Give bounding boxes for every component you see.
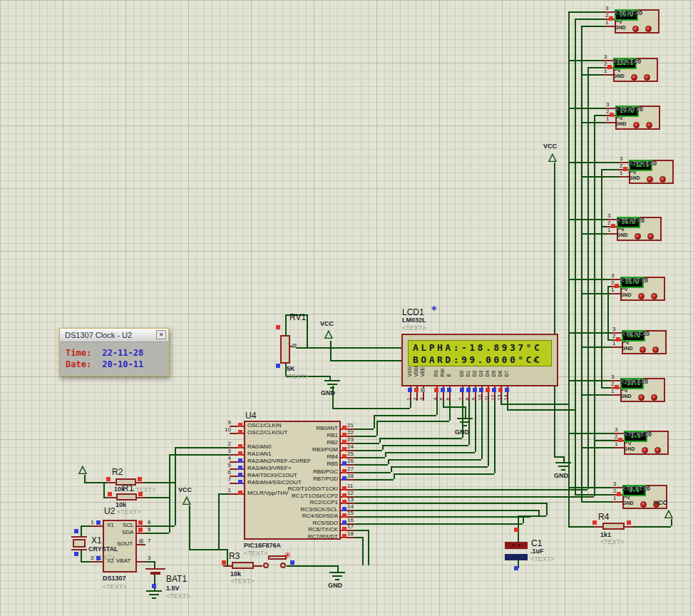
sensor-decrement-button[interactable] bbox=[659, 176, 666, 183]
sensor-increment-button[interactable] bbox=[647, 176, 653, 183]
sensor-pin-number: 1 bbox=[611, 388, 614, 394]
cap-ref[interactable]: C1 bbox=[531, 538, 542, 548]
sensor-increment-button[interactable] bbox=[635, 233, 641, 240]
sensor-U1[interactable]: U1VCCDQGND27.0321DS18B20<TEXT> bbox=[615, 106, 660, 148]
resistor-r1[interactable] bbox=[116, 493, 137, 500]
wire bbox=[568, 487, 612, 488]
sensor-U9[interactable]: U9VCCDQGND1.0321DS18B20<TEXT> bbox=[624, 431, 669, 473]
pic-pin-state bbox=[342, 486, 346, 491]
wire bbox=[568, 332, 612, 334]
state-indicator bbox=[276, 325, 280, 329]
ground-label: GND bbox=[328, 582, 342, 589]
pot-ref[interactable]: RV1 bbox=[289, 312, 306, 322]
lcd-ref[interactable]: LCD1 bbox=[402, 307, 424, 317]
sensor-pin-label-gnd: GND bbox=[615, 121, 627, 126]
state-indicator bbox=[592, 520, 597, 525]
clock-popup-window[interactable]: DS1307 Clock - U2 ✕ Time: 22-11-28 Date:… bbox=[59, 328, 169, 376]
close-icon[interactable]: ✕ bbox=[156, 330, 166, 339]
crystal-ref[interactable]: X1 bbox=[91, 535, 102, 545]
pic-pin-number: 9 bbox=[221, 419, 231, 426]
sensor-increment-button[interactable] bbox=[632, 26, 639, 32]
schematic-canvas[interactable]: GNDGNDGNDGND△VCC△VCC△VCC△VCC△9OSC1/CLKIN… bbox=[0, 0, 693, 616]
pic-pin-label: RC0/T1OSO/T1CKI bbox=[242, 486, 338, 492]
pic-pin-state bbox=[342, 440, 346, 444]
rtc-pin-label-x1: X1 bbox=[107, 522, 114, 528]
sensor-U3[interactable]: U3VCCDQGND-12.0321DS18B20<TEXT> bbox=[629, 160, 674, 202]
wire bbox=[169, 454, 170, 533]
sensor-decrement-button[interactable] bbox=[654, 447, 661, 453]
lcd-pin-state bbox=[486, 388, 490, 392]
battery-ref[interactable]: BAT1 bbox=[166, 574, 187, 584]
resistor-r4[interactable] bbox=[602, 523, 625, 530]
sensor-increment-button[interactable] bbox=[642, 447, 648, 453]
wire bbox=[374, 415, 375, 428]
rtc-ref[interactable]: U2 bbox=[104, 506, 115, 516]
pic-pin-state bbox=[342, 534, 346, 538]
wire bbox=[218, 493, 230, 495]
pic-pin-number: 3 bbox=[221, 448, 231, 454]
sensor-pin-number: 3 bbox=[605, 5, 608, 11]
pic-pin-label: RB0/INT bbox=[242, 425, 338, 431]
pic-pin-number: 16 bbox=[347, 517, 359, 523]
wire bbox=[575, 19, 605, 20]
pic-ref[interactable]: U4 bbox=[245, 411, 256, 421]
state-indicator bbox=[615, 284, 619, 288]
wire bbox=[189, 549, 227, 550]
ground-symbol-icon bbox=[457, 418, 473, 428]
resistor-r3[interactable] bbox=[232, 562, 254, 569]
sensor-decrement-button[interactable] bbox=[651, 293, 657, 299]
sensor-pin-stub bbox=[603, 74, 613, 76]
sensor-increment-button[interactable] bbox=[640, 501, 647, 508]
wire bbox=[546, 503, 548, 515]
sensor-pin-number: 3 bbox=[604, 53, 607, 60]
lcd-line1: ALPHA:-18.8937°C bbox=[413, 342, 542, 353]
sensor-increment-button[interactable] bbox=[638, 293, 645, 299]
pic-pin-number: 28 bbox=[347, 473, 359, 479]
wire bbox=[379, 438, 462, 439]
state-indicator bbox=[514, 528, 518, 532]
state-indicator bbox=[607, 65, 612, 69]
sensor-U6[interactable]: U6VCCDQGND31.0321DS18B20<TEXT> bbox=[620, 277, 665, 319]
crystal-body[interactable] bbox=[73, 539, 86, 548]
sensor-increment-button[interactable] bbox=[633, 122, 640, 128]
sensor-increment-button[interactable] bbox=[638, 394, 645, 401]
sensor-pin-number: 1 bbox=[605, 19, 608, 26]
lcd-pin-state bbox=[505, 388, 509, 392]
wire bbox=[175, 447, 176, 525]
sensor-pin-number: 1 bbox=[620, 170, 622, 176]
ground-symbol-icon bbox=[555, 462, 571, 473]
sensor-decrement-button[interactable] bbox=[645, 26, 652, 32]
lcd-note: <TEXT> bbox=[402, 324, 426, 332]
pic-pin-label: RB2 bbox=[242, 439, 338, 446]
pushbutton-contact-right[interactable] bbox=[280, 563, 286, 568]
pic-pin-state bbox=[238, 491, 242, 495]
sensor-decrement-button[interactable] bbox=[646, 122, 652, 128]
pushbutton-press-icon[interactable]: ✳ bbox=[284, 551, 292, 560]
pic-pin-state bbox=[238, 423, 242, 427]
sensor-decrement-button[interactable] bbox=[647, 233, 654, 240]
sensor-U5[interactable]: U5VCCDQGND33.0321DS18B20<TEXT> bbox=[617, 217, 662, 260]
sensor-U12[interactable]: U12VCCDQGND99.0321DS18B20<TEXT> bbox=[615, 9, 659, 52]
pot-body[interactable] bbox=[280, 335, 290, 364]
rtc-note: <TEXT> bbox=[103, 583, 127, 590]
cap-note: <TEXT> bbox=[530, 555, 555, 563]
sensor-increment-button[interactable] bbox=[640, 346, 646, 353]
sensor-pin-number: 3 bbox=[611, 374, 614, 380]
wire bbox=[337, 565, 339, 572]
clock-popup-titlebar[interactable]: DS1307 Clock - U2 ✕ bbox=[60, 329, 168, 342]
sensor-U7[interactable]: U7VCCDQGND45.0321DS18B20<TEXT> bbox=[622, 330, 667, 373]
lcd-pin-state bbox=[498, 388, 503, 392]
pushbutton-contact-left[interactable] bbox=[263, 563, 269, 568]
sensor-decrement-button[interactable] bbox=[644, 74, 650, 81]
pic-pin-state bbox=[238, 458, 242, 463]
sensor-decrement-button[interactable] bbox=[652, 346, 659, 353]
pic-pin-number: 23 bbox=[347, 436, 359, 443]
sensor-U8[interactable]: U8VCCDQGND-19.0321DS18B20<TEXT> bbox=[620, 378, 665, 421]
wire bbox=[382, 445, 468, 446]
sensor-decrement-button[interactable] bbox=[651, 394, 657, 401]
pic-pin-state bbox=[342, 454, 346, 458]
wire bbox=[575, 494, 612, 496]
sensor-increment-button[interactable] bbox=[631, 74, 637, 81]
clock-time-row: Time: 22-11-28 bbox=[66, 348, 168, 358]
sensor-U14[interactable]: U14VCCDQGND122.0321DS18B20<TEXT> bbox=[613, 58, 658, 101]
